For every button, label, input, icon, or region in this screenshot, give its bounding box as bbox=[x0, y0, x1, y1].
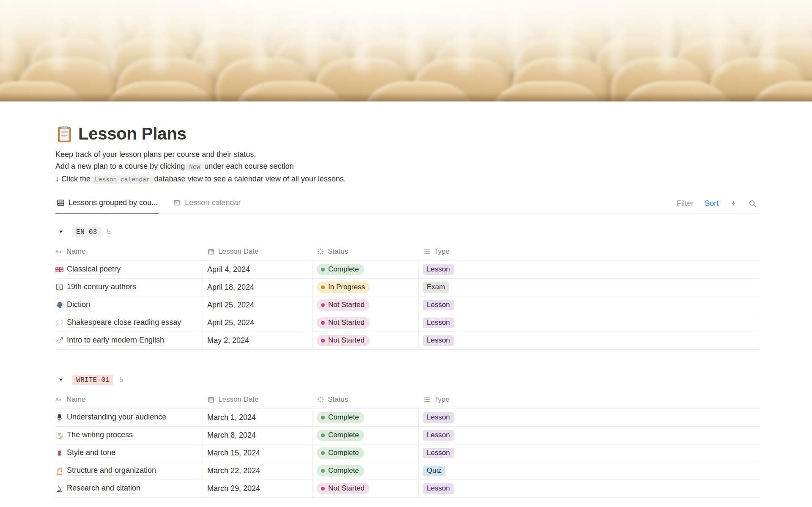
type-cell[interactable]: Lesson bbox=[419, 314, 760, 332]
type-cell[interactable]: Quiz bbox=[419, 462, 760, 480]
cover-image bbox=[0, 0, 812, 101]
lesson-name-cell[interactable]: Intro to early modern English bbox=[55, 332, 203, 349]
lesson-name[interactable]: Classical poetry bbox=[67, 265, 121, 274]
table-row[interactable]: Intro to early modern English May 2, 202… bbox=[55, 332, 760, 350]
status-badge: Complete bbox=[317, 430, 364, 441]
thought-balloon-icon bbox=[55, 319, 63, 327]
lesson-date-cell[interactable]: March 29, 2024 bbox=[203, 480, 313, 497]
status-cell[interactable]: Not Started bbox=[313, 296, 419, 314]
cover-seat-row bbox=[0, 8, 812, 42]
column-header-lesson-date[interactable]: Lesson Date bbox=[203, 390, 313, 408]
table-row[interactable]: The writing process March 8, 2024 Comple… bbox=[55, 427, 760, 444]
status-cell[interactable]: Complete bbox=[313, 444, 419, 462]
lesson-name-cell[interactable]: Diction bbox=[55, 296, 203, 314]
type-cell[interactable]: Lesson bbox=[419, 444, 760, 462]
type-cell[interactable]: Exam bbox=[419, 279, 760, 296]
lesson-name[interactable]: Intro to early modern English bbox=[67, 336, 164, 345]
status-badge: Not Started bbox=[317, 483, 370, 494]
column-header-name[interactable]: Aa Name bbox=[55, 242, 203, 260]
lesson-name-cell[interactable]: Structure and organization bbox=[55, 462, 203, 480]
lesson-name-cell[interactable]: Shakespeare close reading essay bbox=[55, 314, 203, 332]
table-row[interactable]: 19th century authors April 18, 2024 In P… bbox=[55, 279, 760, 296]
tab-label: Lessons grouped by cou... bbox=[69, 198, 158, 207]
status-cell[interactable]: Complete bbox=[313, 261, 419, 278]
lesson-date-cell[interactable]: April 25, 2024 bbox=[203, 314, 313, 332]
group-badge[interactable]: WRITE-01 bbox=[72, 375, 113, 385]
sort-button[interactable]: Sort bbox=[705, 199, 719, 208]
status-badge: Complete bbox=[317, 412, 364, 423]
type-cell[interactable]: Lesson bbox=[419, 261, 760, 278]
lesson-name[interactable]: Understanding your audience bbox=[67, 413, 166, 422]
lesson-name[interactable]: The writing process bbox=[67, 430, 133, 440]
status-cell[interactable]: Not Started bbox=[313, 480, 419, 497]
rocket-icon bbox=[55, 337, 63, 345]
lesson-date-cell[interactable]: April 25, 2024 bbox=[203, 296, 313, 314]
table-row[interactable]: Diction April 25, 2024 Not Started Lesso… bbox=[55, 296, 760, 314]
type-badge: Lesson bbox=[423, 412, 454, 423]
type-cell[interactable]: Lesson bbox=[419, 332, 760, 349]
lesson-name-cell[interactable]: 19th century authors bbox=[55, 279, 203, 296]
lesson-date-cell[interactable]: April 4, 2024 bbox=[203, 261, 313, 278]
group-badge[interactable]: EN-03 bbox=[72, 227, 101, 237]
lesson-date-cell[interactable]: March 8, 2024 bbox=[203, 427, 313, 444]
status-cell[interactable]: Complete bbox=[313, 462, 419, 480]
text-icon: Aa bbox=[55, 396, 63, 403]
calendar-icon bbox=[207, 396, 215, 403]
status-cell[interactable]: Not Started bbox=[313, 314, 419, 332]
type-badge: Lesson bbox=[423, 335, 454, 346]
microscope-icon bbox=[55, 485, 63, 493]
type-badge: Quiz bbox=[423, 466, 445, 476]
clipboard-icon[interactable] bbox=[55, 125, 73, 143]
table-row[interactable]: Understanding your audience March 1, 202… bbox=[55, 409, 760, 427]
speaking-head-icon bbox=[55, 301, 63, 309]
table-row[interactable]: Research and citation March 29, 2024 Not… bbox=[55, 480, 760, 498]
lesson-name-cell[interactable]: Research and citation bbox=[55, 480, 203, 497]
column-header-type[interactable]: Type bbox=[419, 390, 760, 408]
column-header-type[interactable]: Type bbox=[419, 242, 760, 260]
tab-lesson-calendar[interactable]: Lesson calendar bbox=[172, 195, 242, 214]
lesson-date-cell[interactable]: March 1, 2024 bbox=[203, 409, 313, 426]
column-header-status[interactable]: Status bbox=[313, 242, 419, 260]
crane-icon bbox=[55, 467, 63, 475]
column-header-status[interactable]: Status bbox=[313, 390, 419, 408]
lesson-name-cell[interactable]: Style and tone bbox=[55, 444, 203, 462]
table-row[interactable]: Shakespeare close reading essay April 25… bbox=[55, 314, 760, 332]
column-header-name[interactable]: Aa Name bbox=[55, 390, 203, 408]
lesson-date-cell[interactable]: March 15, 2024 bbox=[203, 444, 313, 462]
status-cell[interactable]: Not Started bbox=[313, 332, 419, 349]
tab-lessons-grouped-by-course[interactable]: Lessons grouped by cou... bbox=[55, 195, 159, 214]
lesson-name-cell[interactable]: Understanding your audience bbox=[55, 409, 203, 426]
group-toggle[interactable] bbox=[55, 374, 66, 385]
lesson-name[interactable]: Diction bbox=[67, 300, 90, 310]
lesson-date-cell[interactable]: March 22, 2024 bbox=[203, 462, 313, 480]
lesson-name[interactable]: Structure and organization bbox=[67, 466, 156, 476]
lesson-name-cell[interactable]: Classical poetry bbox=[55, 261, 203, 278]
type-cell[interactable]: Lesson bbox=[419, 480, 760, 497]
status-cell[interactable]: Complete bbox=[313, 409, 419, 426]
lesson-name[interactable]: Shakespeare close reading essay bbox=[67, 318, 181, 328]
type-cell[interactable]: Lesson bbox=[419, 296, 760, 314]
filter-button[interactable]: Filter bbox=[677, 199, 694, 208]
group-count: 5 bbox=[107, 227, 111, 236]
type-cell[interactable]: Lesson bbox=[419, 409, 760, 426]
type-badge: Lesson bbox=[423, 318, 454, 328]
column-header-lesson-date[interactable]: Lesson Date bbox=[203, 242, 313, 260]
type-badge: Lesson bbox=[423, 300, 454, 310]
lesson-name[interactable]: Research and citation bbox=[67, 484, 140, 493]
lesson-date-cell[interactable]: April 18, 2024 bbox=[203, 279, 313, 296]
search-icon[interactable] bbox=[749, 200, 757, 208]
status-badge: In Progress bbox=[317, 282, 370, 293]
group-toggle[interactable] bbox=[55, 226, 66, 237]
type-badge: Lesson bbox=[423, 264, 454, 275]
status-cell[interactable]: Complete bbox=[313, 427, 419, 444]
status-cell[interactable]: In Progress bbox=[313, 279, 419, 296]
type-cell[interactable]: Lesson bbox=[419, 427, 760, 444]
lesson-date-cell[interactable]: May 2, 2024 bbox=[203, 332, 313, 349]
lightning-icon[interactable] bbox=[730, 200, 738, 208]
table-row[interactable]: Classical poetry April 4, 2024 Complete … bbox=[55, 261, 760, 279]
lesson-name[interactable]: Style and tone bbox=[67, 448, 115, 458]
lesson-name-cell[interactable]: The writing process bbox=[55, 427, 203, 444]
table-row[interactable]: Style and tone March 15, 2024 Complete L… bbox=[55, 444, 760, 462]
table-row[interactable]: Structure and organization March 22, 202… bbox=[55, 462, 760, 480]
lesson-name[interactable]: 19th century authors bbox=[67, 282, 136, 292]
